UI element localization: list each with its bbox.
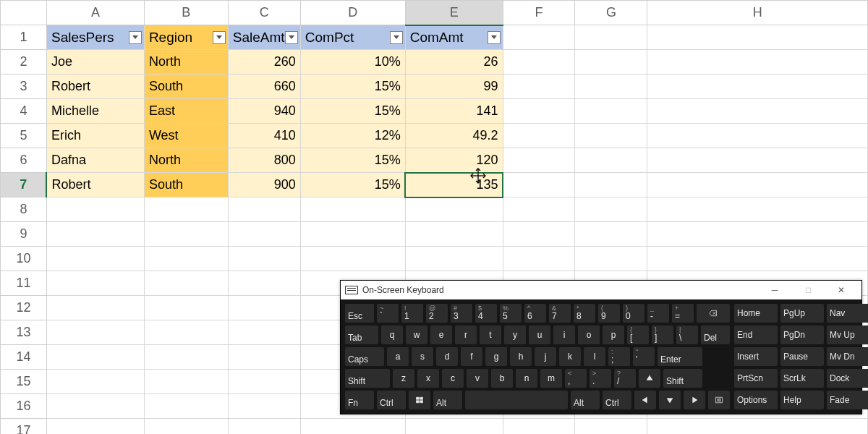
cell-D4[interactable]: 15% (300, 99, 405, 124)
key-Tab[interactable]: Tab (345, 326, 378, 344)
cell-B1[interactable]: Region (144, 25, 228, 50)
cell-C2[interactable]: 260 (228, 50, 300, 75)
key-2[interactable]: @2 (426, 304, 448, 323)
filter-button-C[interactable] (285, 31, 298, 44)
key--[interactable]: _- (647, 304, 669, 323)
row-header-9[interactable]: 9 (1, 222, 47, 247)
cell-A16[interactable] (46, 394, 144, 419)
row-header-6[interactable]: 6 (1, 148, 47, 173)
key-[[interactable]: {[ (627, 326, 649, 344)
cell-A8[interactable] (46, 197, 144, 222)
key-f[interactable]: f (461, 347, 482, 366)
key-Enter[interactable]: Enter (658, 347, 702, 366)
cell-F9[interactable] (503, 222, 575, 247)
filter-button-A[interactable] (129, 31, 142, 44)
cell-H9[interactable] (647, 222, 868, 247)
key-Ctrl[interactable]: Ctrl (377, 391, 406, 409)
cell-G4[interactable] (575, 99, 647, 124)
key-q[interactable]: q (381, 326, 403, 344)
cell-B10[interactable] (144, 247, 228, 271)
row-header-15[interactable]: 15 (1, 370, 47, 394)
cell-H17[interactable] (647, 419, 868, 435)
key-pgdn[interactable]: PgDn (780, 326, 824, 344)
cell-B7[interactable]: South (144, 173, 228, 197)
cell-E6[interactable]: 120 (405, 148, 503, 173)
key-Alt[interactable]: Alt (571, 391, 600, 409)
key-;[interactable]: :; (608, 347, 630, 366)
column-header-E[interactable]: E (405, 1, 503, 25)
key-mv-dn[interactable]: Mv Dn (827, 347, 868, 366)
key-left-icon[interactable] (634, 391, 656, 409)
cell-G6[interactable] (575, 148, 647, 173)
cell-E9[interactable] (405, 222, 503, 247)
row-header-16[interactable]: 16 (1, 394, 47, 419)
key-b[interactable]: b (491, 369, 513, 388)
key-'[interactable]: "' (633, 347, 655, 366)
cell-A10[interactable] (46, 247, 144, 271)
cell-G1[interactable] (575, 25, 647, 50)
cell-C8[interactable] (228, 197, 300, 222)
key-options[interactable]: Options (734, 391, 778, 409)
key-win-icon[interactable] (409, 391, 430, 409)
key-z[interactable]: z (393, 369, 414, 388)
cell-E1[interactable]: ComAmt (405, 25, 503, 50)
column-header-D[interactable]: D (300, 1, 405, 25)
cell-F5[interactable] (503, 124, 575, 148)
filter-button-E[interactable] (488, 31, 501, 44)
cell-B5[interactable]: West (144, 124, 228, 148)
cell-G10[interactable] (575, 247, 647, 271)
cell-C5[interactable]: 410 (228, 124, 300, 148)
key-up-icon[interactable] (639, 369, 660, 388)
row-header-5[interactable]: 5 (1, 124, 47, 148)
key-d[interactable]: d (436, 347, 458, 366)
on-screen-keyboard-window[interactable]: On-Screen Keyboard Esc~`!1@2#3$4%5^6&7*8… (340, 280, 862, 414)
cell-A2[interactable]: Joe (46, 50, 144, 75)
cell-A5[interactable]: Erich (46, 124, 144, 148)
key-space[interactable] (465, 391, 568, 409)
cell-A4[interactable]: Michelle (46, 99, 144, 124)
key-fade[interactable]: Fade (827, 391, 868, 409)
key-nav[interactable]: Nav (827, 304, 868, 323)
cell-G7[interactable] (575, 173, 647, 197)
cell-H10[interactable] (647, 247, 868, 271)
filter-button-D[interactable] (390, 31, 403, 44)
cell-A11[interactable] (46, 271, 144, 296)
key-m[interactable]: m (540, 369, 562, 388)
cell-B17[interactable] (144, 419, 228, 435)
key-0[interactable]: )0 (623, 304, 644, 323)
key-Ctrl[interactable]: Ctrl (603, 391, 631, 409)
key-1[interactable]: !1 (401, 304, 423, 323)
cell-E17[interactable] (405, 419, 503, 435)
filter-button-B[interactable] (213, 31, 226, 44)
key-right-icon[interactable] (684, 391, 705, 409)
cell-E3[interactable]: 99 (405, 75, 503, 99)
cell-C9[interactable] (228, 222, 300, 247)
row-header-4[interactable]: 4 (1, 99, 47, 124)
cell-B2[interactable]: North (144, 50, 228, 75)
cell-C3[interactable]: 660 (228, 75, 300, 99)
key-p[interactable]: p (603, 326, 624, 344)
cell-C14[interactable] (228, 345, 300, 370)
cell-C1[interactable]: SaleAmt (228, 25, 300, 50)
cell-D2[interactable]: 10% (300, 50, 405, 75)
key-`[interactable]: ~` (377, 304, 399, 323)
cell-F8[interactable] (503, 197, 575, 222)
cell-G8[interactable] (575, 197, 647, 222)
cell-F6[interactable] (503, 148, 575, 173)
key-w[interactable]: w (406, 326, 427, 344)
key-i[interactable]: i (553, 326, 575, 344)
cell-F7[interactable] (503, 173, 575, 197)
key-.[interactable]: >. (590, 369, 611, 388)
cell-B6[interactable]: North (144, 148, 228, 173)
column-header-B[interactable]: B (144, 1, 228, 25)
cell-D7[interactable]: 15% (300, 173, 405, 197)
column-header-G[interactable]: G (575, 1, 647, 25)
row-header-11[interactable]: 11 (1, 271, 47, 296)
cell-A7[interactable]: Robert (46, 173, 144, 197)
key-8[interactable]: *8 (574, 304, 595, 323)
key-u[interactable]: u (529, 326, 550, 344)
key-a[interactable]: a (387, 347, 409, 366)
cell-G3[interactable] (575, 75, 647, 99)
key-r[interactable]: r (455, 326, 477, 344)
row-header-13[interactable]: 13 (1, 320, 47, 345)
